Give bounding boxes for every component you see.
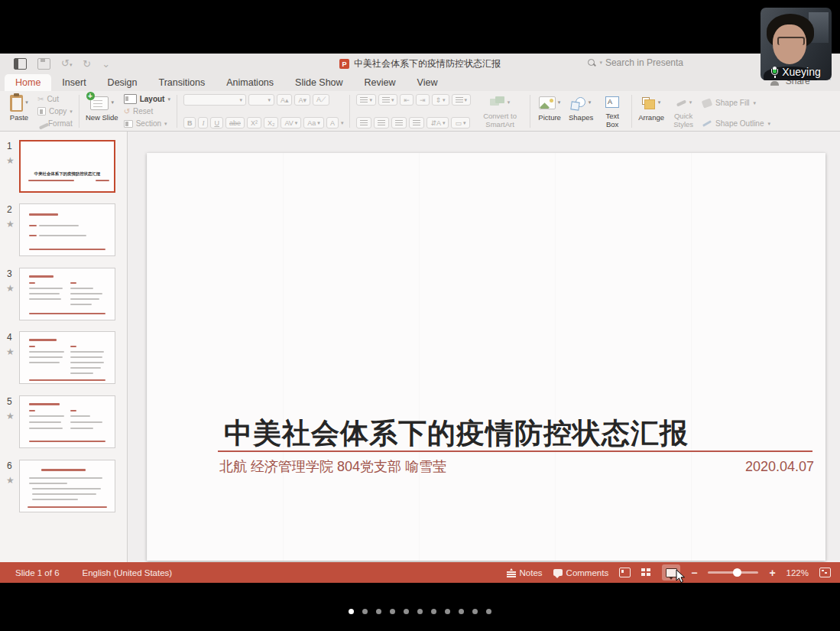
slide-editor[interactable]: 中美社会体系下的疫情防控状态汇报 北航 经济管理学院 804党支部 喻雪莹 20… [147, 153, 825, 561]
undo-icon[interactable]: ↺▾ [61, 58, 72, 70]
animation-star-icon: ★ [6, 411, 15, 421]
normal-view-button[interactable] [619, 568, 631, 577]
shape-outline-button[interactable]: Shape Outline▾ [702, 119, 770, 128]
picture-button[interactable]: ▾ Picture [537, 93, 563, 129]
thumbnail-preview[interactable] [19, 203, 115, 256]
slide-title[interactable]: 中美社会体系下的疫情防控状态汇报 [224, 415, 689, 453]
zoom-in-button[interactable]: + [769, 567, 775, 579]
align-right-button[interactable] [391, 117, 407, 128]
clear-formatting-button[interactable]: A⟋ [313, 94, 329, 106]
bold-button[interactable]: B [183, 117, 196, 128]
align-text-button[interactable]: ▭▾ [451, 117, 469, 128]
change-case-button[interactable]: Aa▾ [303, 117, 324, 128]
numbering-button[interactable]: ▾ [378, 94, 398, 106]
pagination-dot[interactable] [362, 609, 368, 614]
save-icon[interactable] [37, 58, 50, 70]
tab-design[interactable]: Design [97, 74, 148, 91]
tab-transitions[interactable]: Transitions [148, 74, 216, 91]
columns-button[interactable]: ▾ [452, 94, 472, 106]
cut-button[interactable]: ✂Cut [37, 94, 73, 104]
subscript-button[interactable]: X₂ [264, 117, 279, 128]
toggle-sidebar-icon[interactable] [14, 58, 27, 70]
slide-subtitle[interactable]: 北航 经济管理学院 804党支部 喻雪莹 [219, 457, 446, 476]
pagination-dot[interactable] [472, 609, 478, 614]
justify-button[interactable] [409, 117, 424, 128]
copy-icon [37, 107, 46, 115]
font-name-select[interactable]: ▾ [183, 94, 246, 106]
shrink-font-button[interactable]: A▾ [294, 94, 310, 106]
pagination-dot[interactable] [486, 609, 491, 614]
format-painter-button[interactable]: Format [37, 119, 73, 128]
notes-button[interactable]: Notes [507, 568, 543, 577]
pagination-dot[interactable] [431, 609, 436, 614]
grow-font-button[interactable]: A▴ [277, 94, 293, 106]
text-direction-button[interactable]: ⇵A▾ [426, 117, 449, 128]
pagination-dot[interactable] [445, 609, 450, 614]
redo-icon[interactable]: ↺ [83, 59, 91, 69]
clipboard-group: ▾ Paste ✂Cut Copy▾ Format [6, 93, 73, 129]
tab-review[interactable]: Review [354, 74, 407, 91]
copy-button[interactable]: Copy▾ [37, 106, 73, 116]
thumbnail-preview[interactable] [19, 331, 115, 384]
reset-button[interactable]: ↺Reset [124, 106, 170, 116]
pagination-dot[interactable] [417, 609, 423, 614]
convert-smartart-button[interactable]: ▾ Convert to SmartArt [476, 93, 524, 129]
new-slide-button[interactable]: +▾ New Slide [86, 93, 118, 129]
tab-home[interactable]: Home [5, 74, 51, 91]
slide-sorter-view-button[interactable] [641, 568, 651, 577]
paste-button[interactable]: ▾ Paste [6, 93, 32, 129]
thumbnail-slide-6[interactable]: 6 ★ [0, 460, 128, 515]
line-spacing-button[interactable]: ⇕▾ [432, 94, 449, 106]
shapes-button[interactable]: ▾ Shapes [568, 93, 594, 129]
thumbnail-preview[interactable] [19, 268, 115, 320]
pagination-dot[interactable] [404, 609, 409, 614]
thumbnail-preview[interactable] [19, 395, 115, 448]
text-box-button[interactable]: A Text Box [599, 93, 625, 129]
tab-view[interactable]: View [407, 74, 449, 91]
thumbnail-slide-4[interactable]: 4 ★ [0, 331, 128, 386]
superscript-button[interactable]: X² [247, 117, 261, 128]
pagination-dot[interactable] [349, 609, 354, 614]
zoom-level[interactable]: 122% [786, 568, 809, 577]
shape-fill-button[interactable]: Shape Fill▾ [702, 98, 770, 108]
zoom-slider[interactable] [708, 571, 758, 574]
fit-to-window-button[interactable] [819, 568, 831, 577]
font-color-button[interactable]: A [326, 117, 339, 128]
arrange-button[interactable]: ▾ Arrange [638, 93, 664, 129]
tab-slide-show[interactable]: Slide Show [284, 74, 354, 91]
pagination-dot[interactable] [390, 609, 395, 614]
font-size-select[interactable]: ▾ [248, 94, 274, 106]
thumbnail-slide-1[interactable]: 1 ★ 中美社会体系下的疫情防控状态汇报 [0, 140, 128, 195]
tab-insert[interactable]: Insert [51, 74, 96, 91]
language-button[interactable]: English (United States) [83, 568, 173, 577]
section-button[interactable]: Section▾ [124, 119, 170, 128]
zoom-slider-knob[interactable] [733, 568, 741, 577]
pagination-dot[interactable] [376, 609, 381, 614]
tab-animations[interactable]: Animations [216, 74, 284, 91]
quick-styles-button[interactable]: ▾ Quick Styles [670, 93, 697, 129]
pagination-dot[interactable] [459, 609, 464, 614]
thumbnail-slide-5[interactable]: 5 ★ [0, 395, 128, 450]
comments-button[interactable]: Comments [553, 568, 609, 577]
bullets-button[interactable]: ▾ [356, 94, 376, 106]
slide-number: 3 [7, 268, 12, 279]
align-center-button[interactable] [374, 117, 389, 128]
align-left-button[interactable] [356, 117, 371, 128]
layout-button[interactable]: Layout▾ [124, 94, 170, 104]
strikethrough-button[interactable]: abe [225, 117, 245, 128]
customize-toolbar-icon[interactable]: ⌄ [102, 59, 110, 69]
search-input[interactable]: ▾ Search in Presenta [588, 57, 683, 68]
thumbnail-slide-2[interactable]: 2 ★ [0, 203, 128, 259]
character-spacing-button[interactable]: AV▾ [281, 117, 301, 128]
thumbnail-slide-3[interactable]: 3 ★ [0, 268, 128, 323]
increase-indent-button[interactable]: ⇥ [416, 94, 430, 106]
thumbnail-preview[interactable]: 中美社会体系下的疫情防控状态汇报 [19, 140, 115, 193]
slide-date[interactable]: 2020.04.07 [745, 459, 814, 475]
thumbnail-preview[interactable] [19, 460, 115, 512]
underline-button[interactable]: U [210, 117, 223, 128]
decrease-indent-button[interactable]: ⇤ [400, 94, 414, 106]
zoom-out-button[interactable]: − [691, 567, 697, 579]
italic-button[interactable]: I [198, 117, 208, 128]
webcam-tile[interactable]: Xueying [761, 8, 832, 80]
quick-styles-icon [675, 97, 687, 108]
